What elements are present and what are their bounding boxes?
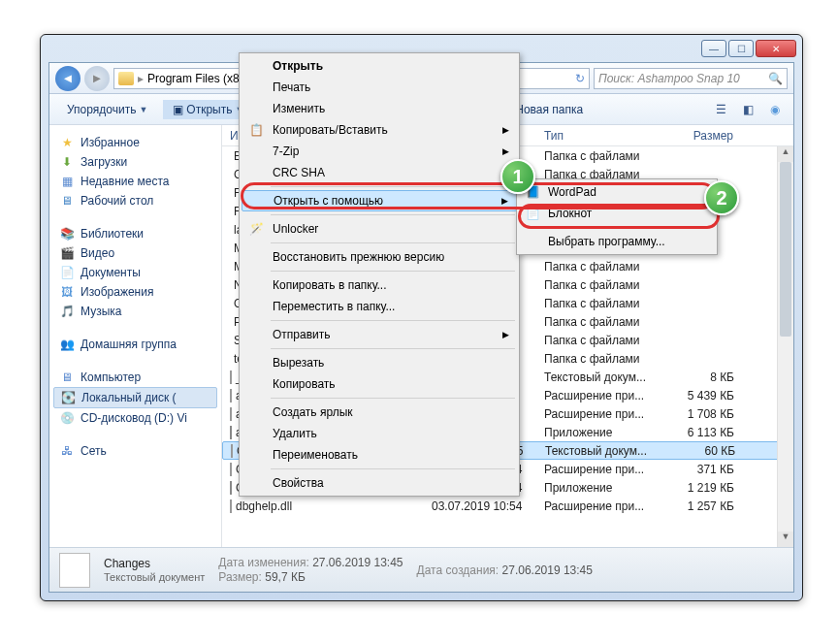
status-modified: 27.06.2019 13:45 bbox=[312, 556, 403, 569]
status-filetype: Текстовый документ bbox=[104, 571, 205, 583]
view-icon[interactable]: ☰ bbox=[710, 103, 731, 116]
search-input[interactable]: Поиск: Ashampoo Snap 10 🔍 bbox=[594, 68, 788, 89]
document-icon: 📄 bbox=[59, 265, 75, 280]
computer-icon: 🖥 bbox=[59, 370, 75, 385]
open-with-submenu[interactable]: 📘WordPad 📄Блокнот Выбрать программу... bbox=[516, 178, 718, 255]
status-size: 59,7 КБ bbox=[265, 570, 306, 584]
ctx-send-to[interactable]: Отправить▶ bbox=[242, 324, 517, 345]
minimize-button[interactable]: — bbox=[701, 40, 726, 57]
scroll-up[interactable]: ▲ bbox=[778, 146, 793, 162]
scroll-down[interactable]: ▼ bbox=[778, 531, 793, 547]
navigation-sidebar: ★Избранное ⬇Загрузки ▦Недавние места 🖥Ра… bbox=[49, 125, 222, 547]
ctx-properties[interactable]: Свойства bbox=[242, 472, 517, 494]
scrollbar[interactable]: ▲ ▼ bbox=[777, 146, 793, 547]
status-bar: Changes Текстовый документ Дата изменени… bbox=[49, 547, 793, 592]
sidebar-music[interactable]: 🎵Музыка bbox=[53, 302, 217, 321]
organize-button[interactable]: Упорядочить▼ bbox=[57, 100, 157, 119]
ctx-open[interactable]: Открыть bbox=[242, 55, 517, 77]
ctx-copypaste[interactable]: 📋Копировать/Вставить▶ bbox=[242, 119, 517, 141]
sidebar-favorites[interactable]: ★Избранное bbox=[53, 133, 217, 152]
sidebar-computer[interactable]: 🖥Компьютер bbox=[53, 368, 217, 387]
ctx-shortcut[interactable]: Создать ярлык bbox=[242, 402, 517, 423]
close-button[interactable]: ✕ bbox=[756, 40, 796, 57]
network-icon: 🖧 bbox=[59, 443, 75, 459]
col-type[interactable]: Тип bbox=[536, 129, 666, 143]
submenu-wordpad[interactable]: 📘WordPad bbox=[519, 181, 715, 203]
exe-icon bbox=[230, 426, 232, 439]
sidebar-video[interactable]: 🎬Видео bbox=[53, 243, 217, 263]
status-created: 27.06.2019 13:45 bbox=[502, 564, 593, 577]
sidebar-libraries[interactable]: 📚Библиотеки bbox=[53, 224, 217, 243]
status-modified-label: Дата изменения: bbox=[218, 556, 309, 569]
exe-icon bbox=[230, 481, 232, 495]
table-row[interactable]: dbghelp.dll03.07.2019 10:54Расширение пр… bbox=[222, 497, 793, 515]
file-icon bbox=[231, 444, 233, 458]
breadcrumb-item[interactable]: Program Files (x86) bbox=[147, 72, 249, 85]
ctx-7zip[interactable]: 7-Zip▶ bbox=[242, 141, 517, 162]
ctx-rename[interactable]: Переименовать bbox=[242, 444, 517, 466]
scroll-thumb[interactable] bbox=[780, 162, 791, 337]
places-icon: ▦ bbox=[59, 174, 75, 189]
desktop-icon: 🖥 bbox=[59, 193, 75, 209]
dll-icon bbox=[230, 389, 232, 402]
ctx-edit[interactable]: Изменить bbox=[242, 98, 517, 119]
star-icon: ★ bbox=[59, 135, 75, 150]
ctx-move-to[interactable]: Переместить в папку... bbox=[242, 296, 517, 317]
submenu-choose-program[interactable]: Выбрать программу... bbox=[519, 231, 715, 252]
preview-icon[interactable]: ◧ bbox=[737, 103, 758, 116]
sidebar-desktop[interactable]: 🖥Рабочий стол bbox=[53, 191, 217, 210]
ctx-copy-to[interactable]: Копировать в папку... bbox=[242, 274, 517, 296]
dll-icon bbox=[230, 407, 232, 421]
search-placeholder: Поиск: Ashampoo Snap 10 bbox=[598, 72, 740, 85]
dll-icon bbox=[230, 463, 232, 476]
sidebar-cd-drive[interactable]: 💿CD-дисковод (D:) Vi bbox=[53, 408, 217, 428]
col-size[interactable]: Размер bbox=[666, 129, 742, 143]
library-icon: 📚 bbox=[59, 226, 75, 242]
status-size-label: Размер: bbox=[218, 570, 262, 584]
ctx-restore[interactable]: Восстановить прежнюю версию bbox=[242, 246, 517, 268]
ctx-cut[interactable]: Вырезать bbox=[242, 352, 517, 373]
breadcrumb-sep: ▸ bbox=[138, 72, 144, 85]
download-icon: ⬇ bbox=[59, 154, 75, 170]
file-type-icon bbox=[59, 553, 90, 588]
homegroup-icon: 👥 bbox=[59, 337, 75, 352]
forward-button[interactable]: ► bbox=[84, 66, 110, 91]
ctx-crc[interactable]: CRC SHA▶ bbox=[242, 162, 517, 183]
sidebar-network[interactable]: 🖧Сеть bbox=[53, 441, 217, 461]
ctx-open-with[interactable]: Открыть с помощью▶ bbox=[242, 190, 517, 211]
ctx-copy[interactable]: Копировать bbox=[242, 373, 517, 395]
help-icon[interactable]: ◉ bbox=[764, 103, 786, 116]
back-button[interactable]: ◄ bbox=[55, 66, 81, 91]
status-filename: Changes bbox=[104, 557, 205, 570]
search-icon: 🔍 bbox=[768, 72, 783, 85]
folder-icon bbox=[118, 72, 134, 85]
sidebar-recent[interactable]: ▦Недавние места bbox=[53, 172, 217, 191]
annotation-badge-1: 1 bbox=[500, 159, 535, 194]
dll-icon bbox=[230, 499, 232, 513]
sidebar-local-disk[interactable]: 💽Локальный диск ( bbox=[53, 387, 217, 408]
cd-icon: 💿 bbox=[59, 410, 75, 426]
view-controls[interactable]: ☰◧◉ bbox=[710, 103, 786, 116]
ctx-delete[interactable]: Удалить bbox=[242, 423, 517, 444]
notepad-icon: 📄 bbox=[524, 207, 541, 220]
file-icon bbox=[230, 370, 232, 384]
refresh-icon[interactable]: ↻ bbox=[575, 72, 585, 85]
maximize-button[interactable]: ☐ bbox=[728, 40, 754, 57]
sidebar-documents[interactable]: 📄Документы bbox=[53, 263, 217, 282]
image-icon: 🖼 bbox=[59, 284, 75, 300]
music-icon: 🎵 bbox=[59, 304, 75, 319]
annotation-badge-2: 2 bbox=[704, 180, 739, 215]
submenu-notepad[interactable]: 📄Блокнот bbox=[519, 203, 715, 224]
unlocker-icon: 🪄 bbox=[247, 222, 265, 236]
ctx-print[interactable]: Печать bbox=[242, 77, 517, 98]
disk-icon: 💽 bbox=[60, 390, 76, 405]
ctx-unlocker[interactable]: 🪄Unlocker bbox=[242, 218, 517, 240]
clipboard-icon: 📋 bbox=[247, 123, 265, 137]
sidebar-homegroup[interactable]: 👥Домашняя группа bbox=[53, 335, 217, 354]
sidebar-images[interactable]: 🖼Изображения bbox=[53, 282, 217, 302]
context-menu[interactable]: Открыть Печать Изменить 📋Копировать/Вста… bbox=[239, 52, 520, 497]
status-created-label: Дата создания: bbox=[417, 564, 500, 577]
video-icon: 🎬 bbox=[59, 245, 75, 261]
sidebar-downloads[interactable]: ⬇Загрузки bbox=[53, 152, 217, 172]
